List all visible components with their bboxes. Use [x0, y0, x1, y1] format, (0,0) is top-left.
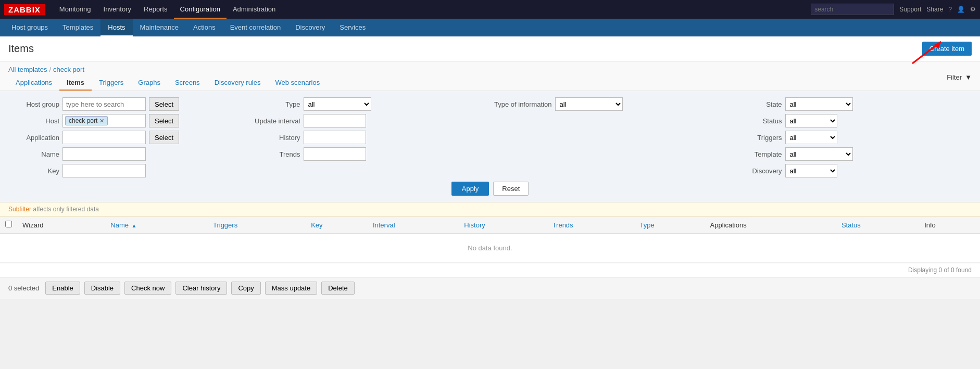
hostgroup-select-button[interactable]: Select [149, 97, 179, 111]
tab-discovery-rules[interactable]: Discovery rules [207, 75, 268, 91]
enable-button[interactable]: Enable [45, 282, 80, 295]
filter-row-triggers: Triggers all [735, 131, 968, 144]
breadcrumb-area: All templates / check port Applications … [0, 61, 980, 91]
reset-button[interactable]: Reset [493, 182, 529, 196]
subnav-services[interactable]: Services [332, 19, 373, 36]
discovery-select[interactable]: all [785, 164, 837, 177]
subnav-hostgroups[interactable]: Host groups [4, 19, 55, 36]
delete-button[interactable]: Delete [321, 282, 355, 295]
filter-col-2: Type all Update interval History Trends [249, 97, 491, 177]
col-interval[interactable]: Interval [368, 217, 459, 234]
col-triggers[interactable]: Triggers [208, 217, 306, 234]
create-item-button[interactable]: Create item [922, 42, 972, 56]
subnav-maintenance[interactable]: Maintenance [133, 19, 186, 36]
tab-graphs[interactable]: Graphs [131, 75, 168, 91]
host-tag-remove[interactable]: ✕ [99, 118, 104, 124]
disable-button[interactable]: Disable [84, 282, 120, 295]
mass-update-button[interactable]: Mass update [265, 282, 317, 295]
tabs: Applications Items Triggers Graphs Scree… [8, 75, 327, 91]
triggers-label: Triggers [735, 134, 782, 142]
col-trends[interactable]: Trends [547, 217, 635, 234]
subnav-templates[interactable]: Templates [55, 19, 100, 36]
action-bar: 0 selected Enable Disable Check now Clea… [0, 277, 980, 299]
name-input[interactable] [62, 147, 146, 161]
copy-button[interactable]: Copy [231, 282, 260, 295]
tab-applications2[interactable]: Applications [8, 75, 59, 91]
nav-reports[interactable]: Reports [137, 0, 174, 19]
application-select-button[interactable]: Select [149, 131, 179, 144]
tab-screens[interactable]: Screens [168, 75, 207, 91]
subnav-discovery[interactable]: Discovery [288, 19, 332, 36]
nav-monitoring[interactable]: Monitoring [53, 0, 97, 19]
table-header-row: Wizard Name ▲ Triggers Key Interval Hist… [0, 217, 980, 234]
key-input[interactable] [62, 164, 146, 177]
no-data-row: No data found. [0, 234, 980, 263]
clear-history-button[interactable]: Clear history [175, 282, 227, 295]
history-input[interactable] [304, 131, 366, 144]
col-applications: Applications [705, 217, 836, 234]
host-select-button[interactable]: Select [149, 114, 179, 128]
filter-row-template: Template all [735, 147, 968, 161]
help-icon[interactable]: ? [948, 6, 952, 13]
filter-row-trends: Trends [254, 147, 486, 161]
col-key[interactable]: Key [306, 217, 368, 234]
discovery-label: Discovery [735, 167, 782, 175]
breadcrumb-separator: / [49, 66, 51, 73]
share-link[interactable]: Share [926, 6, 943, 13]
subnav-actions[interactable]: Actions [186, 19, 223, 36]
table-header: Wizard Name ▲ Triggers Key Interval Hist… [0, 217, 980, 234]
tab-items[interactable]: Items [59, 75, 92, 91]
type-of-info-select[interactable]: all [555, 97, 623, 111]
nav-inventory[interactable]: Inventory [97, 0, 137, 19]
col-info: Info [919, 217, 980, 234]
nav-administration[interactable]: Administration [227, 0, 282, 19]
col-wizard: Wizard [17, 217, 105, 234]
support-link[interactable]: Support [899, 6, 921, 13]
subnav-event-correlation[interactable]: Event correlation [223, 19, 288, 36]
application-input[interactable] [62, 131, 146, 144]
page-header: Items Create item [0, 36, 980, 61]
subfilter-bar: Subfilter affects only filtered data [0, 202, 980, 217]
check-now-button[interactable]: Check now [124, 282, 171, 295]
zabbix-logo[interactable]: ZABBIX [4, 4, 45, 15]
apply-button[interactable]: Apply [451, 182, 489, 196]
filter-row-hostgroup: Host group Select [12, 97, 245, 111]
filter-row-type: Type all [254, 97, 486, 111]
user-icon[interactable]: 👤 [957, 6, 965, 13]
col-status[interactable]: Status [836, 217, 919, 234]
sort-arrow: ▲ [132, 223, 137, 228]
triggers-select[interactable]: all [785, 131, 837, 144]
select-all-checkbox[interactable] [5, 221, 12, 227]
template-select[interactable]: all [785, 147, 853, 161]
history-label: History [254, 134, 300, 142]
nav-configuration[interactable]: Configuration [174, 0, 227, 19]
tab-web-scenarios[interactable]: Web scenarios [268, 75, 327, 91]
col-name[interactable]: Name ▲ [105, 217, 208, 234]
breadcrumb-host[interactable]: check port [53, 66, 84, 73]
breadcrumb: All templates / check port [8, 66, 327, 73]
col-type[interactable]: Type [635, 217, 705, 234]
trends-input[interactable] [304, 147, 366, 161]
breadcrumb-all-templates[interactable]: All templates [8, 66, 47, 73]
filter-toggle[interactable]: Filter ▼ [947, 73, 972, 83]
state-label: State [735, 100, 782, 108]
subnav-hosts[interactable]: Hosts [100, 19, 132, 36]
hostgroup-input[interactable] [62, 97, 146, 111]
status-select[interactable]: all [785, 114, 837, 128]
tab-triggers[interactable]: Triggers [92, 75, 131, 91]
subfilter-note: affects only filtered data [33, 206, 99, 213]
host-tag-text: check port [69, 117, 97, 124]
search-input[interactable] [811, 4, 894, 15]
filter-row-key: Key [12, 164, 245, 177]
state-select[interactable]: all [785, 97, 853, 111]
key-label: Key [12, 167, 59, 175]
col-history[interactable]: History [459, 217, 547, 234]
template-label: Template [735, 150, 782, 158]
update-interval-input[interactable] [304, 114, 366, 128]
subfilter-text: Subfilter [8, 206, 31, 213]
type-select[interactable]: all [304, 97, 371, 111]
settings-icon[interactable]: ⚙ [970, 6, 976, 13]
pagination-bar: Displaying 0 of 0 found [0, 263, 980, 277]
filter-row-host: Host check port ✕ Select [12, 114, 245, 128]
host-label: Host [12, 117, 59, 125]
